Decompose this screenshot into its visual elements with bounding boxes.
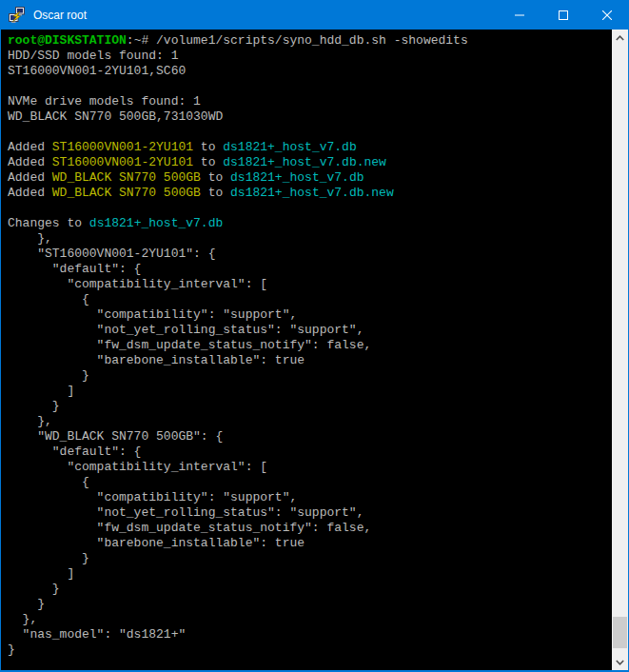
- terminal-line: HDD/SSD models found: 1: [8, 49, 612, 64]
- scroll-up-button[interactable]: [612, 30, 628, 46]
- terminal-line: {: [8, 292, 612, 307]
- scrollbar-thumb[interactable]: [613, 617, 627, 648]
- window-body: root@DISKSTATION:~# /volume1/scripts/syn…: [0, 30, 629, 672]
- terminal-line: }: [8, 399, 612, 414]
- terminal-line: }: [8, 368, 612, 384]
- window-controls: [498, 0, 629, 30]
- terminal-line: root@DISKSTATION:~# /volume1/scripts/syn…: [8, 33, 612, 49]
- terminal-line: },: [8, 612, 612, 627]
- terminal-line: "compatibility": "support",: [8, 307, 612, 323]
- terminal-line: NVMe drive models found: 1: [8, 94, 612, 109]
- terminal-line: }: [8, 597, 612, 612]
- putty-app-icon: [8, 6, 27, 25]
- terminal-line: Added ST16000VN001-2YU101 to ds1821+_hos…: [8, 155, 612, 170]
- terminal-line: "default": {: [8, 262, 612, 277]
- terminal-line: Changes to ds1821+_host_v7.db: [8, 216, 612, 231]
- terminal-line: [8, 125, 612, 140]
- terminal-line: }: [8, 582, 612, 597]
- minimize-button[interactable]: [498, 0, 541, 30]
- terminal-line: ST16000VN001-2YU101,SC60: [8, 64, 612, 79]
- terminal-line: "barebone_installable": true: [8, 536, 612, 551]
- titlebar[interactable]: Oscar root: [0, 0, 629, 30]
- terminal-line: "barebone_installable": true: [8, 353, 612, 368]
- terminal-line: "WD_BLACK SN770 500GB": {: [8, 429, 612, 445]
- terminal-output[interactable]: root@DISKSTATION:~# /volume1/scripts/syn…: [1, 30, 612, 670]
- terminal-line: "compatibility_interval": [: [8, 460, 612, 475]
- putty-window: Oscar root root@DISKSTATION:~# /volume1/…: [0, 0, 629, 672]
- terminal-line: }: [8, 642, 612, 658]
- terminal-line: Added WD_BLACK SN770 500GB to ds1821+_ho…: [8, 186, 612, 201]
- terminal-line: "default": {: [8, 445, 612, 460]
- terminal-line: [8, 79, 612, 94]
- maximize-button[interactable]: [541, 0, 585, 30]
- terminal-line: "compatibility_interval": [: [8, 277, 612, 292]
- terminal-line: "not_yet_rolling_status": "support",: [8, 323, 612, 338]
- scrollbar[interactable]: [612, 30, 628, 670]
- terminal-line: "not_yet_rolling_status": "support",: [8, 505, 612, 521]
- chevron-up-icon: [616, 35, 624, 41]
- terminal-line: Added ST16000VN001-2YU101 to ds1821+_hos…: [8, 140, 612, 155]
- terminal-line: "fw_dsm_update_status_notify": false,: [8, 338, 612, 353]
- terminal-line: },: [8, 231, 612, 247]
- terminal-line: },: [8, 414, 612, 429]
- chevron-down-icon: [616, 660, 624, 665]
- terminal-line: "compatibility": "support",: [8, 490, 612, 505]
- terminal-line: ]: [8, 384, 612, 399]
- terminal-line: "nas_model": "ds1821+": [8, 627, 612, 642]
- terminal-line: Added WD_BLACK SN770 500GB to ds1821+_ho…: [8, 170, 612, 186]
- terminal-line: "fw_dsm_update_status_notify": false,: [8, 521, 612, 536]
- terminal-line: [8, 201, 612, 216]
- scroll-down-button[interactable]: [612, 654, 628, 670]
- terminal-line: }: [8, 551, 612, 566]
- terminal-line: ]: [8, 566, 612, 582]
- terminal-line: WD_BLACK SN770 500GB,731030WD: [8, 109, 612, 125]
- terminal-line: "ST16000VN001-2YU101": {: [8, 247, 612, 262]
- terminal-line: {: [8, 475, 612, 490]
- close-button[interactable]: [585, 0, 629, 30]
- window-title: Oscar root: [33, 9, 498, 22]
